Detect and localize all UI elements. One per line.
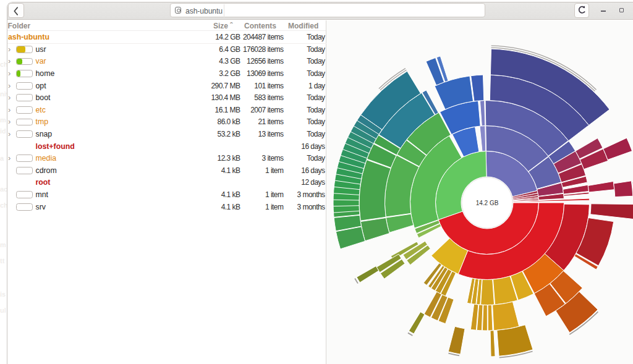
svg-text:14.2 GB: 14.2 GB [476,200,499,206]
